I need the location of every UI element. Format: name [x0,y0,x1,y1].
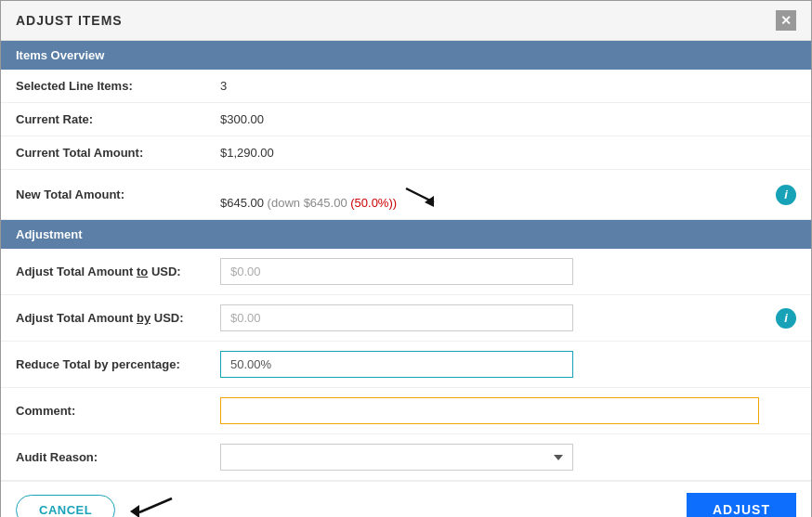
comment-row: Comment: [1,388,811,434]
close-button[interactable]: ✕ [776,10,796,31]
adjust-to-usd-label: Adjust Total Amount to USD: [16,265,220,278]
adjust-by-usd-wrap: i [220,304,796,331]
current-rate-row: Current Rate: $300.00 [1,103,811,136]
arrow-indicator [406,179,443,210]
current-rate-value: $300.00 [220,112,796,126]
cancel-arrow-indicator [130,494,172,518]
comment-wrap [220,397,759,424]
modal-title: ADJUST ITEMS [16,13,123,28]
adjust-by-usd-row: Adjust Total Amount by USD: i [1,295,811,342]
adjust-by-usd-label: Adjust Total Amount by USD: [16,311,220,325]
adjust-button[interactable]: ADJUST [687,493,796,517]
svg-line-2 [139,498,172,512]
adjust-to-usd-wrap [220,258,573,285]
svg-marker-3 [130,505,139,518]
comment-input[interactable] [220,397,759,424]
adjust-to-usd-row: Adjust Total Amount to USD: [1,249,811,295]
new-total-value: $645.00 (down $645.00 (50.0%)) [220,179,776,210]
modal-header: ADJUST ITEMS ✕ [1,1,811,41]
current-total-label: Current Total Amount: [16,146,220,160]
current-total-row: Current Total Amount: $1,290.00 [1,136,811,170]
cancel-button[interactable]: CANCEL [16,495,115,518]
modal-footer: CANCEL ADJUST [1,481,811,517]
selected-line-items-row: Selected Line Items: 3 [1,70,811,103]
adjust-by-usd-info-icon[interactable]: i [776,308,796,329]
reduce-percent-input[interactable] [220,351,573,378]
new-total-label: New Total Amount: [16,187,220,201]
overview-section-header: Items Overview [1,41,811,70]
adjust-by-usd-input[interactable] [220,304,573,331]
adjustment-section-header: Adjustment [1,220,811,249]
new-total-down: (down $645.00 [268,196,351,210]
reduce-percent-wrap [220,351,573,378]
selected-line-items-value: 3 [220,79,796,93]
footer-left: CANCEL [16,494,172,518]
new-total-percent: (50.0%)) [350,196,397,210]
comment-label: Comment: [16,404,220,418]
new-total-main: $645.00 [220,196,268,210]
audit-reason-label: Audit Reason: [16,450,220,464]
reduce-percent-label: Reduce Total by percentage: [16,357,220,371]
current-total-value: $1,290.00 [220,146,796,160]
adjust-by-usd-input-wrap [220,304,573,331]
selected-line-items-label: Selected Line Items: [16,79,220,93]
current-rate-label: Current Rate: [16,112,220,126]
new-total-info-icon[interactable]: i [776,185,796,205]
new-total-row: New Total Amount: $645.00 (down $645.00 … [1,170,811,220]
audit-reason-select[interactable] [220,444,573,471]
reduce-percent-row: Reduce Total by percentage: [1,342,811,388]
adjust-to-usd-input[interactable] [220,258,573,285]
audit-reason-row: Audit Reason: [1,434,811,481]
adjust-items-modal: ADJUST ITEMS ✕ Items Overview Selected L… [0,0,812,517]
